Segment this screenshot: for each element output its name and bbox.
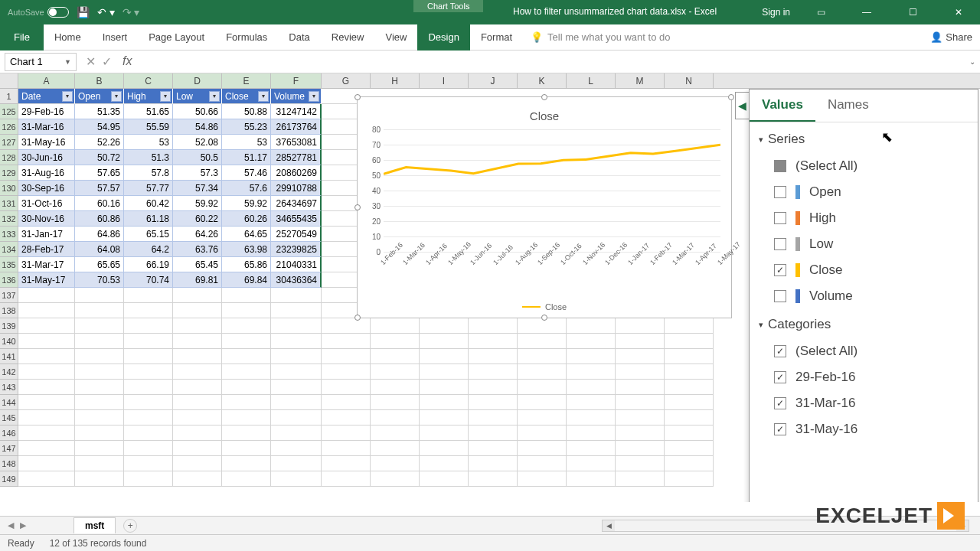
series-item-close[interactable]: Close	[759, 257, 969, 283]
empty-cell[interactable]	[173, 425, 222, 441]
empty-cell[interactable]	[616, 471, 665, 487]
row-header[interactable]: 134	[0, 242, 18, 257]
minimize-icon[interactable]: —	[851, 0, 882, 24]
empty-cell[interactable]	[222, 364, 271, 380]
add-sheet-button[interactable]: +	[123, 519, 137, 533]
accept-formula-icon[interactable]: ✓	[102, 54, 112, 69]
empty-cell[interactable]	[75, 410, 124, 425]
cell-high[interactable]: 57.8	[124, 165, 173, 181]
empty-cell[interactable]	[75, 441, 124, 456]
empty-cell[interactable]	[420, 349, 469, 364]
cell-volume[interactable]: 26434697	[271, 196, 322, 211]
empty-cell[interactable]	[271, 334, 322, 349]
empty-cell[interactable]	[518, 364, 567, 380]
empty-cell[interactable]	[567, 410, 616, 425]
share-button[interactable]: 👤 Share	[930, 31, 972, 43]
sheet-nav-prev-icon[interactable]: ◀	[8, 520, 14, 530]
empty-cell[interactable]	[222, 334, 271, 349]
cell-volume[interactable]: 29910788	[271, 181, 322, 196]
empty-cell[interactable]	[222, 395, 271, 410]
empty-cell[interactable]	[518, 441, 567, 456]
cell-volume[interactable]: 28527781	[271, 150, 322, 165]
filter-dropdown-icon[interactable]: ▾	[209, 91, 220, 102]
empty-cell[interactable]	[271, 303, 322, 318]
save-icon[interactable]: 💾	[77, 6, 90, 18]
categories-section-header[interactable]: ▾ Categories	[759, 317, 969, 332]
row-header[interactable]: 144	[0, 395, 18, 410]
empty-cell[interactable]	[420, 441, 469, 456]
row-header[interactable]: 137	[0, 288, 18, 303]
empty-cell[interactable]	[665, 425, 714, 441]
embedded-chart[interactable]: Close 010203040506070801-Feb-161-Mar-161…	[357, 96, 732, 318]
empty-cell[interactable]	[371, 441, 420, 456]
empty-cell[interactable]	[469, 456, 518, 471]
col-header-E[interactable]: E	[222, 73, 271, 88]
cell-high[interactable]: 61.18	[124, 211, 173, 227]
empty-cell[interactable]	[173, 380, 222, 395]
empty-cell[interactable]	[518, 456, 567, 471]
empty-cell[interactable]	[665, 395, 714, 410]
cell-open[interactable]: 60.86	[75, 211, 124, 227]
empty-cell[interactable]	[567, 395, 616, 410]
empty-cell[interactable]	[18, 288, 75, 303]
row-header[interactable]: 125	[0, 104, 18, 119]
series-section-header[interactable]: ▾ Series	[759, 132, 969, 147]
empty-cell[interactable]	[616, 456, 665, 471]
cell-high[interactable]: 70.74	[124, 272, 173, 288]
series-item-low[interactable]: Low	[759, 231, 969, 257]
col-header-B[interactable]: B	[75, 73, 124, 88]
cell-date[interactable]: 31-Jan-17	[18, 227, 75, 242]
cell-close[interactable]: 65.86	[222, 257, 271, 272]
empty-cell[interactable]	[371, 318, 420, 334]
tab-insert[interactable]: Insert	[92, 24, 139, 51]
empty-cell[interactable]	[18, 318, 75, 334]
cell-high[interactable]: 55.59	[124, 119, 173, 135]
empty-cell[interactable]	[616, 318, 665, 334]
empty-cell[interactable]	[567, 456, 616, 471]
table-header-open[interactable]: Open▾	[75, 89, 124, 104]
filter-tab-names[interactable]: Names	[815, 90, 881, 122]
empty-cell[interactable]	[567, 318, 616, 334]
row-header[interactable]: 148	[0, 456, 18, 471]
empty-cell[interactable]	[420, 471, 469, 487]
close-icon[interactable]: ✕	[943, 0, 974, 24]
sheet-tab-msft[interactable]: msft	[74, 517, 116, 533]
series-item-high[interactable]: High	[759, 205, 969, 231]
empty-cell[interactable]	[18, 349, 75, 364]
table-header-close[interactable]: Close▾	[222, 89, 271, 104]
row-header[interactable]: 142	[0, 364, 18, 380]
empty-cell[interactable]	[469, 395, 518, 410]
empty-cell[interactable]	[518, 471, 567, 487]
empty-cell[interactable]	[18, 425, 75, 441]
empty-cell[interactable]	[271, 456, 322, 471]
cell-close[interactable]: 59.92	[222, 196, 271, 211]
chevron-down-icon[interactable]: ▼	[64, 58, 71, 66]
cell-low[interactable]: 52.08	[173, 135, 222, 150]
col-header-J[interactable]: J	[469, 73, 518, 88]
cell-open[interactable]: 60.16	[75, 196, 124, 211]
category-item[interactable]: 31-May-16	[759, 416, 969, 442]
empty-cell[interactable]	[124, 349, 173, 364]
empty-cell[interactable]	[665, 456, 714, 471]
empty-cell[interactable]	[420, 410, 469, 425]
empty-cell[interactable]	[75, 334, 124, 349]
cell-date[interactable]: 31-Oct-16	[18, 196, 75, 211]
empty-cell[interactable]	[75, 364, 124, 380]
filter-dropdown-icon[interactable]: ▾	[62, 91, 73, 102]
series-item-open[interactable]: Open	[759, 179, 969, 205]
category-item[interactable]: 31-Mar-16	[759, 390, 969, 416]
row-header[interactable]: 143	[0, 380, 18, 395]
cell-high[interactable]: 53	[124, 135, 173, 150]
chart-title[interactable]: Close	[358, 109, 731, 122]
cell-open[interactable]: 54.95	[75, 119, 124, 135]
row-header[interactable]: 138	[0, 303, 18, 318]
empty-cell[interactable]	[420, 334, 469, 349]
cell-close[interactable]: 64.65	[222, 227, 271, 242]
empty-cell[interactable]	[567, 364, 616, 380]
empty-cell[interactable]	[173, 471, 222, 487]
filter-dropdown-icon[interactable]: ▾	[111, 91, 122, 102]
empty-cell[interactable]	[75, 318, 124, 334]
chart-filter-flyout-tab[interactable]: ◀	[735, 92, 749, 119]
categories-select-all[interactable]: (Select All)	[759, 338, 969, 364]
row-header[interactable]: 135	[0, 257, 18, 272]
